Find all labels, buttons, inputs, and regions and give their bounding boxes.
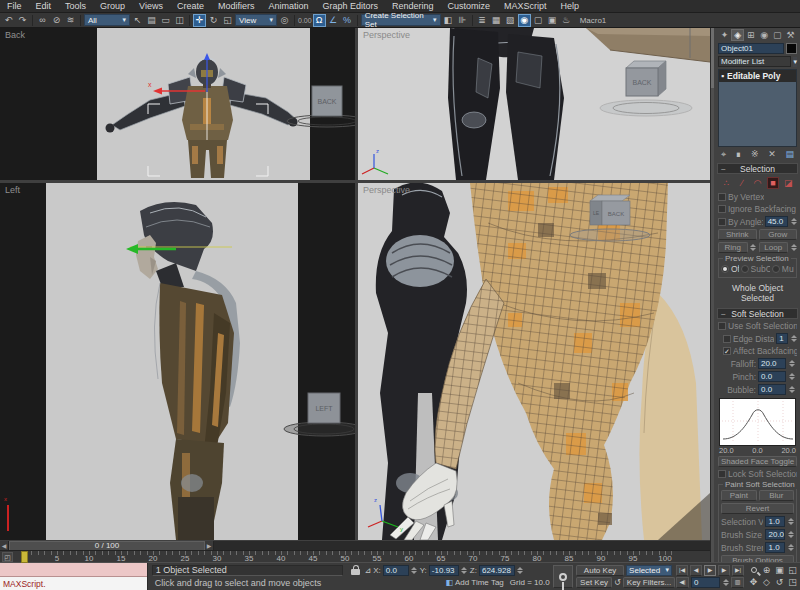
selection-lock-icon[interactable] (351, 569, 360, 575)
reference-coordinate-dropdown[interactable]: View▾ (235, 14, 277, 26)
unlink-selection-icon[interactable]: ⊘ (50, 14, 63, 27)
falloff-field[interactable]: 20.0 (758, 358, 786, 369)
configure-modifier-sets-icon[interactable]: ▤ (785, 149, 794, 160)
go-to-end-button[interactable]: ▶| (732, 565, 744, 576)
modifier-list-dropdown[interactable]: Modifier List (718, 56, 791, 67)
absolute-mode-icon[interactable]: ⊿ (364, 566, 371, 575)
next-frame-button[interactable]: ▶ (718, 565, 730, 576)
mirror-icon[interactable]: ◧ (442, 14, 455, 27)
menu-item[interactable]: Group (93, 0, 132, 12)
stack-visibility-icon[interactable]: ▪ (721, 71, 724, 81)
preview-off-radio[interactable] (721, 265, 729, 273)
revert-button[interactable]: Revert (721, 503, 794, 514)
selection-value-spinner[interactable] (787, 517, 794, 527)
remove-modifier-icon[interactable]: ✕ (768, 149, 776, 160)
edge-distance-checkbox[interactable] (723, 335, 731, 343)
lock-soft-selection-checkbox[interactable] (718, 470, 726, 478)
show-end-result-icon[interactable]: ∎ (736, 149, 742, 160)
auto-key-button[interactable]: Auto Key (576, 565, 624, 576)
object-name-field[interactable]: Object01 (718, 43, 784, 54)
field-of-view-icon[interactable]: ◇ (760, 577, 773, 588)
viewport-label[interactable]: Perspective (363, 30, 410, 40)
loop-spinner[interactable] (790, 243, 797, 253)
make-unique-icon[interactable]: ※ (751, 149, 759, 160)
by-angle-checkbox[interactable] (718, 218, 726, 226)
ignore-backfacing-checkbox[interactable] (718, 205, 726, 213)
y-coordinate-field[interactable]: -10.93 (429, 565, 459, 576)
shaded-face-toggle-button[interactable]: Shaded Face Toggle (718, 456, 797, 467)
grow-button[interactable]: Grow (759, 229, 798, 240)
use-soft-selection-checkbox[interactable] (718, 322, 726, 330)
viewport-label[interactable]: Left (5, 185, 21, 195)
menu-item[interactable]: Views (132, 0, 170, 12)
key-mode-toggle[interactable]: ◀| (676, 577, 689, 588)
zoom-icon[interactable] (747, 565, 760, 576)
current-frame-field[interactable]: 0 (691, 577, 720, 588)
viewport-label[interactable]: Perspective (363, 185, 410, 195)
angle-snap-icon[interactable]: ∠ (327, 14, 340, 27)
key-filters-button[interactable]: Key Filters... (623, 577, 675, 588)
ring-button[interactable]: Ring (718, 242, 748, 253)
border-mode-icon[interactable]: ◠ (751, 177, 763, 189)
menu-item[interactable]: Edit (29, 0, 59, 12)
time-slider-prev-button[interactable]: ◀ (0, 541, 9, 551)
time-slider-next-button[interactable]: ▶ (205, 541, 214, 551)
brush-size-spinner[interactable] (787, 530, 794, 540)
brush-size-field[interactable]: 20.0 (765, 529, 785, 540)
selection-filter-dropdown[interactable]: All▾ (84, 14, 130, 26)
zoom-extents-all-icon[interactable]: ◱ (786, 565, 799, 576)
by-vertex-checkbox[interactable] (718, 193, 726, 201)
bubble-field[interactable]: 0.0 (758, 384, 786, 395)
panel-scrollbar[interactable] (711, 28, 714, 562)
viewport-label[interactable]: Back (5, 30, 26, 40)
stack-item-editable-poly[interactable]: ▪ Editable Poly (719, 70, 796, 82)
tab-modify[interactable]: ◈ (731, 29, 744, 41)
chevron-down-icon[interactable]: ▾ (793, 57, 797, 67)
set-keys-button[interactable] (553, 565, 573, 588)
preview-subobj-radio[interactable] (741, 265, 749, 273)
selection-value-field[interactable]: 1.0 (765, 516, 785, 527)
frame-spinner[interactable] (722, 578, 729, 588)
modifier-stack[interactable]: ▪ Editable Poly (718, 69, 797, 147)
rendered-frame-icon[interactable]: ▣ (546, 14, 559, 27)
key-filters-curve-icon[interactable]: ↺ (614, 578, 621, 587)
track-bar[interactable]: ◰ 05101520253035404550556065707580859095… (0, 550, 710, 562)
time-tag-icon[interactable]: ◧ (445, 578, 453, 587)
zoom-all-icon[interactable]: ⊕ (760, 565, 773, 576)
brush-strength-spinner[interactable] (787, 543, 794, 553)
menu-item[interactable]: MAXScript (497, 0, 554, 12)
menu-item[interactable]: Help (554, 0, 587, 12)
set-key-button[interactable]: Set Key (576, 577, 612, 588)
key-steps-icon[interactable]: ▥ (731, 577, 744, 588)
falloff-spinner[interactable] (788, 359, 795, 369)
schematic-view-icon[interactable]: ▧ (504, 14, 517, 27)
zoom-extents-icon[interactable]: ▣ (773, 565, 786, 576)
select-and-rotate-icon[interactable]: ↻ (207, 14, 220, 27)
selection-region-icon[interactable]: ▭ (159, 14, 172, 27)
z-coordinate-field[interactable]: 624.928 (479, 565, 515, 576)
macro-recorder-pane[interactable] (0, 563, 147, 577)
viewport-perspective-top[interactable]: BACK z Perspective (358, 28, 710, 180)
bubble-spinner[interactable] (788, 385, 795, 395)
snap-spinner-value[interactable]: 0.00 (298, 14, 312, 27)
viewport-left[interactable]: x LEFT Left (0, 183, 355, 540)
z-spinner[interactable] (517, 565, 524, 575)
pin-stack-icon[interactable]: ⌖ (721, 149, 726, 160)
use-pivot-center-icon[interactable]: ◎ (278, 14, 291, 27)
menu-item[interactable]: Tools (58, 0, 93, 12)
layer-manager-icon[interactable]: ≣ (476, 14, 489, 27)
x-spinner[interactable] (411, 565, 418, 575)
select-and-move-icon[interactable]: ✛ (193, 14, 206, 27)
tab-utilities[interactable]: ⚒ (784, 29, 797, 41)
x-coordinate-field[interactable]: 0.0 (383, 565, 409, 576)
time-slider-handle[interactable]: 0 / 100 (9, 541, 205, 551)
add-time-tag[interactable]: Add Time Tag (455, 578, 504, 587)
percent-snap-icon[interactable]: % (341, 14, 354, 27)
paint-button[interactable]: Paint (721, 490, 757, 501)
by-angle-field[interactable]: 45.0 (765, 216, 788, 227)
tab-hierarchy[interactable]: ⊞ (744, 29, 757, 41)
pinch-field[interactable]: 0.0 (758, 371, 786, 382)
element-mode-icon[interactable]: ◪ (782, 177, 794, 189)
select-and-link-icon[interactable]: ∞ (36, 14, 49, 27)
previous-frame-button[interactable]: ◀ (690, 565, 702, 576)
